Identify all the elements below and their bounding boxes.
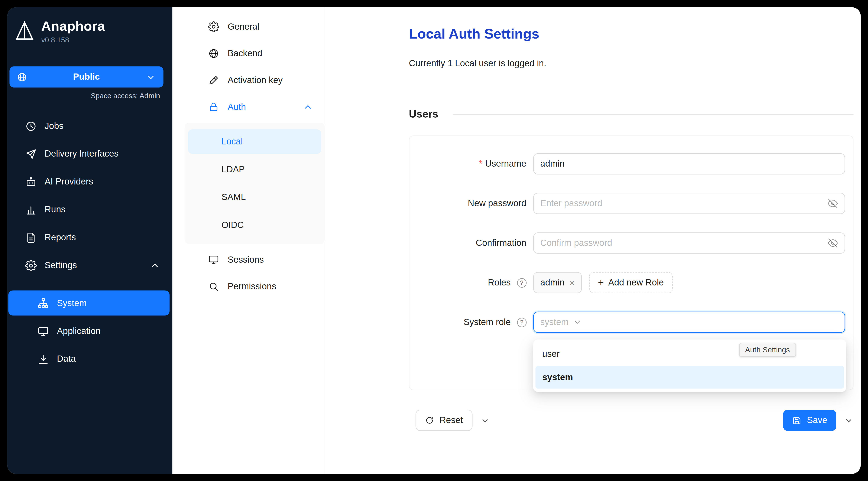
gear-icon (25, 259, 37, 271)
send-icon (25, 148, 37, 160)
lock-icon (208, 101, 219, 113)
space-selector-label: Public (27, 72, 146, 82)
confirmation-row: Confirmation (423, 232, 845, 254)
reset-button[interactable]: Reset (416, 410, 472, 431)
settings-item-general[interactable]: General (187, 15, 321, 38)
add-role-label: Add new Role (608, 278, 664, 288)
bar-chart-icon (25, 204, 37, 215)
sidebar-item-label: Application (57, 326, 101, 336)
settings-children: System Application Data (7, 281, 173, 371)
page-subtitle: Currently 1 Local user is logged in. (409, 59, 861, 69)
sidebar-item-delivery-interfaces[interactable]: Delivery Interfaces (8, 142, 169, 166)
settings-item-activation-key[interactable]: Activation key (187, 69, 321, 91)
username-label: * Username (423, 159, 526, 169)
auth-item-label: Local (221, 136, 243, 147)
settings-item-label: Auth (228, 102, 246, 112)
add-role-button[interactable]: + Add new Role (589, 272, 673, 293)
system-role-label: System role ? (423, 317, 526, 327)
globe-icon (208, 48, 219, 59)
settings-item-label: Permissions (228, 282, 276, 292)
new-password-control (533, 193, 845, 214)
robot-icon (25, 176, 37, 188)
report-icon (25, 231, 37, 243)
settings-item-auth[interactable]: Auth (187, 96, 321, 118)
sidebar-item-jobs[interactable]: Jobs (8, 114, 169, 138)
system-role-select[interactable]: system (533, 312, 845, 333)
username-row: * Username (423, 153, 845, 174)
sidebar-item-system[interactable]: System (8, 290, 169, 316)
reset-dropdown-toggle[interactable] (480, 416, 490, 425)
roles-label: Roles ? (423, 278, 526, 288)
page-title: Local Auth Settings (409, 25, 861, 42)
help-icon[interactable]: ? (517, 278, 526, 287)
chevron-down-icon (844, 416, 853, 425)
sidebar-item-data[interactable]: Data (8, 347, 169, 371)
settings-item-backend[interactable]: Backend (187, 42, 321, 65)
chevron-up-icon (302, 101, 313, 113)
space-selector[interactable]: Public (9, 66, 163, 87)
roles-control: admin × + Add new Role (533, 272, 845, 293)
brand: Anaphora v0.8.158 (7, 17, 173, 56)
sidebar-item-label: Settings (44, 260, 77, 270)
primary-sidebar: Anaphora v0.8.158 Public Space access: A… (7, 7, 173, 474)
globe-icon (17, 71, 28, 82)
auth-item-oidc[interactable]: OIDC (188, 213, 321, 237)
reload-icon (425, 416, 434, 425)
sidebar-item-application[interactable]: Application (8, 319, 169, 343)
help-icon[interactable]: ? (517, 317, 526, 327)
settings-item-sessions[interactable]: Sessions (187, 249, 321, 271)
monitor-icon (37, 325, 49, 337)
role-tag-admin[interactable]: admin × (533, 272, 582, 293)
sidebar-item-label: Delivery Interfaces (44, 149, 119, 159)
users-section-header: Users (409, 107, 854, 121)
settings-item-label: Sessions (228, 255, 264, 265)
primary-nav: Jobs Delivery Interfaces AI Providers Ru… (7, 103, 173, 371)
settings-item-permissions[interactable]: Permissions (187, 276, 321, 298)
confirmation-control (533, 232, 845, 254)
label-text: Roles (488, 278, 511, 288)
required-asterisk: * (479, 159, 482, 169)
sidebar-item-label: AI Providers (44, 177, 93, 187)
save-dropdown-toggle[interactable] (844, 416, 853, 425)
system-role-value: system (540, 317, 568, 327)
eye-invisible-icon[interactable] (828, 238, 838, 248)
dropdown-option-user[interactable]: user (535, 343, 844, 365)
sidebar-item-label: Reports (44, 232, 76, 243)
dropdown-option-system[interactable]: system (535, 366, 844, 389)
chevron-down-icon (573, 318, 582, 327)
confirmation-input-wrap (533, 232, 845, 254)
settings-item-label: Activation key (228, 75, 283, 85)
sidebar-item-label: System (57, 298, 87, 308)
eye-invisible-icon[interactable] (828, 198, 838, 209)
save-button[interactable]: Save (783, 410, 836, 431)
confirmation-input[interactable] (540, 238, 823, 248)
signature-icon (208, 75, 219, 86)
auth-settings-badge: Auth Settings (739, 343, 796, 357)
label-text: System role (464, 317, 511, 327)
settings-submenu: General Backend Activation key Auth (173, 7, 325, 474)
sidebar-item-settings[interactable]: Settings (8, 253, 169, 278)
sidebar-item-reports[interactable]: Reports (8, 225, 169, 250)
cluster-icon (37, 297, 49, 309)
chevron-down-icon (146, 71, 156, 82)
sidebar-item-label: Jobs (44, 121, 63, 131)
auth-submenu: Local LDAP SAML OIDC (185, 123, 324, 244)
sidebar-item-ai-providers[interactable]: AI Providers (8, 169, 169, 194)
app-version: v0.8.158 (41, 36, 105, 44)
label-text: Confirmation (476, 238, 526, 248)
auth-item-saml[interactable]: SAML (188, 185, 321, 210)
username-input[interactable] (540, 159, 838, 169)
close-icon[interactable]: × (569, 279, 575, 287)
gear-icon (208, 21, 219, 32)
new-password-input[interactable] (540, 198, 823, 209)
app-name: Anaphora (41, 18, 105, 34)
auth-item-ldap[interactable]: LDAP (188, 157, 321, 182)
chevron-up-icon (149, 259, 161, 271)
screen: Anaphora v0.8.158 Public Space access: A… (0, 0, 868, 481)
system-role-row: System role ? system (423, 312, 845, 333)
auth-item-label: SAML (221, 192, 246, 202)
chevron-down-icon (480, 416, 490, 425)
auth-item-local[interactable]: Local (188, 129, 321, 154)
save-icon (792, 416, 801, 425)
sidebar-item-runs[interactable]: Runs (8, 197, 169, 222)
